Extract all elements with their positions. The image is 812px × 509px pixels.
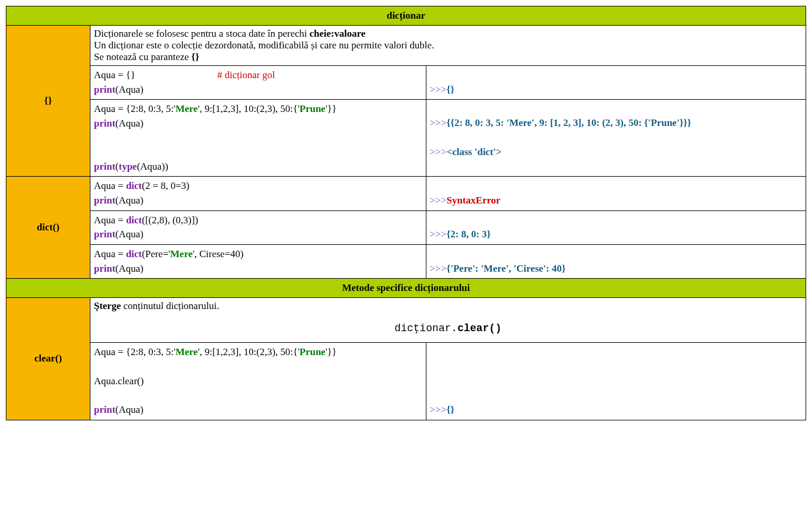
dict-example-1-code: Aqua = dict(2 = 8, 0=3) print(Aqua) <box>90 177 426 210</box>
braces-example-1-output: >>>{} <box>426 66 806 100</box>
clear-example-output: >>>{} <box>426 343 806 420</box>
braces-example-2-code: Aqua = {2:8, 0:3, 5:'Mere', 9:[1,2,3], 1… <box>90 100 426 177</box>
row-label-braces: {} <box>6 26 90 177</box>
dict-example-3-output: >>>{'Pere': 'Mere', 'Cirese': 40} <box>426 245 806 279</box>
clear-example-code: Aqua = {2:8, 0:3, 5:'Mere', 9:[1,2,3], 1… <box>90 343 426 420</box>
dict-reference-table: dicționar {} Dicționarele se folosesc pe… <box>6 6 806 420</box>
section-header-methods: Metode specifice dicționarului <box>6 279 806 298</box>
section-header-dictionar: dicționar <box>6 6 806 26</box>
braces-description: Dicționarele se folosesc pentru a stoca … <box>90 26 806 66</box>
braces-example-1-code: Aqua = {} # dicționar gol print(Aqua) <box>90 66 426 100</box>
row-label-dict: dict() <box>6 177 90 279</box>
dict-example-2-output: >>>{2: 8, 0: 3} <box>426 210 806 244</box>
dict-example-2-code: Aqua = dict([(2,8), (0,3)]) print(Aqua) <box>90 210 426 244</box>
dict-example-3-code: Aqua = dict(Pere='Mere', Cirese=40) prin… <box>90 245 426 279</box>
dict-example-1-output: >>>SyntaxError <box>426 177 806 210</box>
braces-example-2-output: >>>{{2: 8, 0: 3, 5: 'Mere', 9: [1, 2, 3]… <box>426 100 806 177</box>
row-label-clear: clear() <box>6 298 90 420</box>
clear-description: Șterge conținutul dicționarului. dicțion… <box>90 298 806 343</box>
